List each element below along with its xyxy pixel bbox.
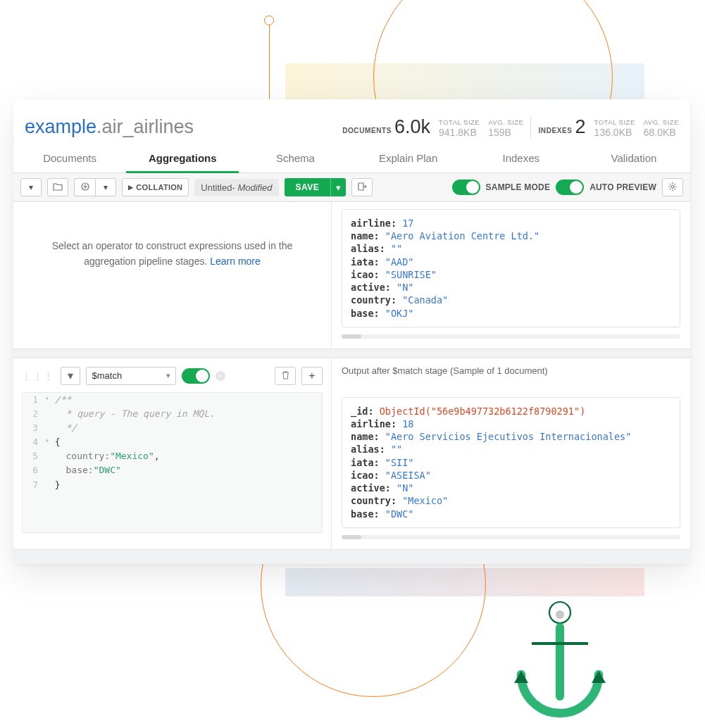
tabs: Documents Aggregations Schema Explain Pl… xyxy=(13,145,690,173)
doc0-country-key: country: xyxy=(351,294,397,306)
idx-total-size-label: TOTAL SIZE xyxy=(594,118,635,126)
code-l3: */ xyxy=(61,422,77,433)
doc1-icao-key: icao: xyxy=(351,470,380,481)
doc1-name-key: name: xyxy=(351,431,380,442)
new-pipeline-dropdown[interactable]: ▾ xyxy=(95,178,116,196)
doc0-country-val: "Canada" xyxy=(402,294,448,306)
doc0-icao-key: icao: xyxy=(351,269,380,280)
chevron-down-icon: ▾ xyxy=(29,182,33,192)
doc1-id-val: ObjectId("56e9b497732b6122f8790291") xyxy=(380,406,586,417)
doc1-base-val: "DWC" xyxy=(385,508,414,520)
export-icon xyxy=(357,182,367,194)
plus-icon: + xyxy=(308,370,315,382)
doc1-active-key: active: xyxy=(351,482,391,494)
collection-header: example.air_airlines DOCUMENTS 6.0k TOTA… xyxy=(13,99,690,145)
collation-button[interactable]: ▶ COLLATION xyxy=(122,178,189,196)
stage-operator-value: $match xyxy=(92,370,123,381)
doc1-airline-val: 18 xyxy=(402,418,413,429)
doc0-alias-key: alias: xyxy=(351,243,385,254)
stats-indexes: INDEXES 2 TOTAL SIZE 136.0KB AVG. SIZE 6… xyxy=(531,116,679,138)
anchor-illustration xyxy=(493,598,627,725)
plus-circle-icon xyxy=(81,182,89,193)
doc1-alias-val: "" xyxy=(391,444,402,455)
pipeline-name-text: Untitled xyxy=(201,182,232,193)
doc0-base-val: "OKJ" xyxy=(385,308,414,319)
sample-document-0: airline: 17 name: "Aero Aviation Centre … xyxy=(342,209,680,327)
history-dropdown-button[interactable]: ▾ xyxy=(20,178,42,196)
svg-point-3 xyxy=(556,610,564,619)
doc1-icao-val: "ASEISA" xyxy=(385,470,431,481)
sample-mode-label: SAMPLE MODE xyxy=(486,182,551,192)
add-stage-button[interactable]: + xyxy=(301,367,323,385)
documents-count: 6.0k xyxy=(394,116,430,138)
doc1-alias-key: alias: xyxy=(351,444,385,455)
tab-documents[interactable]: Documents xyxy=(13,145,126,172)
learn-more-link[interactable]: Learn more xyxy=(210,256,261,267)
doc1-iata-key: iata: xyxy=(351,457,380,468)
doc0-icao-val: "SUNRISE" xyxy=(385,269,437,280)
svg-rect-4 xyxy=(556,623,564,701)
empty-stage-hint: Select an operator to construct expressi… xyxy=(22,239,323,269)
toolbar: ▾ ▾ ▶ COLLATION Untitled- Modified SAVE … xyxy=(13,173,690,202)
new-pipeline-button[interactable] xyxy=(74,178,95,196)
idx-avg-size-value: 68.0KB xyxy=(644,127,676,138)
doc0-alias-val: "" xyxy=(391,243,402,254)
auto-preview-label: AUTO PREVIEW xyxy=(589,182,656,192)
stage-row-match: ⋮⋮⋮ ▾ $match i + xyxy=(13,358,690,550)
tab-schema[interactable]: Schema xyxy=(239,145,351,172)
stage-source-right: airline: 17 name: "Aero Aviation Centre … xyxy=(332,202,690,349)
doc0-active-val: "N" xyxy=(397,282,413,293)
doc0-base-key: base: xyxy=(351,308,380,319)
stage-row-source: Select an operator to construct expressi… xyxy=(13,202,690,349)
code-l6-key: base: xyxy=(66,465,94,475)
hint-line-2: aggregation pipeline stages. xyxy=(84,256,207,267)
save-dropdown-button[interactable]: ▾ xyxy=(330,178,346,196)
settings-button[interactable] xyxy=(662,178,683,196)
stage-operator-select[interactable]: $match xyxy=(86,367,176,385)
stage-match-right: Output after $match stage (Sample of 1 d… xyxy=(332,358,690,549)
stage-enabled-toggle[interactable] xyxy=(182,368,210,384)
tab-indexes[interactable]: Indexes xyxy=(465,145,578,172)
save-button-group: SAVE ▾ xyxy=(285,178,347,196)
delete-stage-button[interactable] xyxy=(275,367,296,385)
doc0-name-key: name: xyxy=(351,230,380,241)
sample-mode-toggle[interactable] xyxy=(452,180,480,195)
namespace-db: example xyxy=(25,116,96,137)
tab-explain[interactable]: Explain Plan xyxy=(352,145,465,172)
stats-documents: DOCUMENTS 6.0k TOTAL SIZE 941.8KB AVG. S… xyxy=(335,116,531,138)
auto-preview-toggle[interactable] xyxy=(556,180,584,195)
pipeline-name: Untitled- Modified xyxy=(194,179,278,196)
code-l2: * query - The query in MQL. xyxy=(61,408,215,419)
gear-icon xyxy=(668,182,678,194)
open-folder-button[interactable] xyxy=(47,178,68,196)
doc1-id-key: _id: xyxy=(351,406,374,417)
tab-validation[interactable]: Validation xyxy=(578,145,690,172)
pipeline-content: Select an operator to construct expressi… xyxy=(13,202,690,564)
indexes-count: 2 xyxy=(575,116,586,138)
namespace: example.air_airlines xyxy=(25,116,194,138)
doc-total-size-label: TOTAL SIZE xyxy=(439,118,480,126)
idx-total-size-value: 136.0KB xyxy=(594,127,632,138)
code-l7: } xyxy=(55,479,61,490)
stage-collapse-button[interactable]: ▾ xyxy=(61,367,80,385)
stage-code-editor[interactable]: 1▾ /** 2 * query - The query in MQL. 3 *… xyxy=(22,392,323,533)
svg-point-1 xyxy=(671,185,674,188)
doc0-airline-val: 17 xyxy=(402,218,413,229)
trash-icon xyxy=(282,370,289,382)
indexes-label: INDEXES xyxy=(538,127,572,134)
doc0-iata-key: iata: xyxy=(351,256,380,268)
stage-match-left: ⋮⋮⋮ ▾ $match i + xyxy=(13,358,332,549)
code-l4: { xyxy=(55,437,61,447)
tab-aggregations[interactable]: Aggregations xyxy=(126,145,239,173)
stage-header: ⋮⋮⋮ ▾ $match i + xyxy=(22,367,323,392)
horizontal-scrollbar[interactable] xyxy=(342,334,680,339)
doc-avg-size-value: 159B xyxy=(488,127,511,138)
info-icon: i xyxy=(216,371,225,381)
stage-source-left: Select an operator to construct expressi… xyxy=(13,202,332,349)
export-button[interactable] xyxy=(351,178,373,196)
drag-handle-icon[interactable]: ⋮⋮⋮ xyxy=(22,370,55,381)
hint-line-1: Select an operator to construct expressi… xyxy=(52,240,293,251)
save-button[interactable]: SAVE xyxy=(285,178,331,196)
horizontal-scrollbar-2[interactable] xyxy=(342,535,680,539)
code-l1: /** xyxy=(55,394,71,405)
